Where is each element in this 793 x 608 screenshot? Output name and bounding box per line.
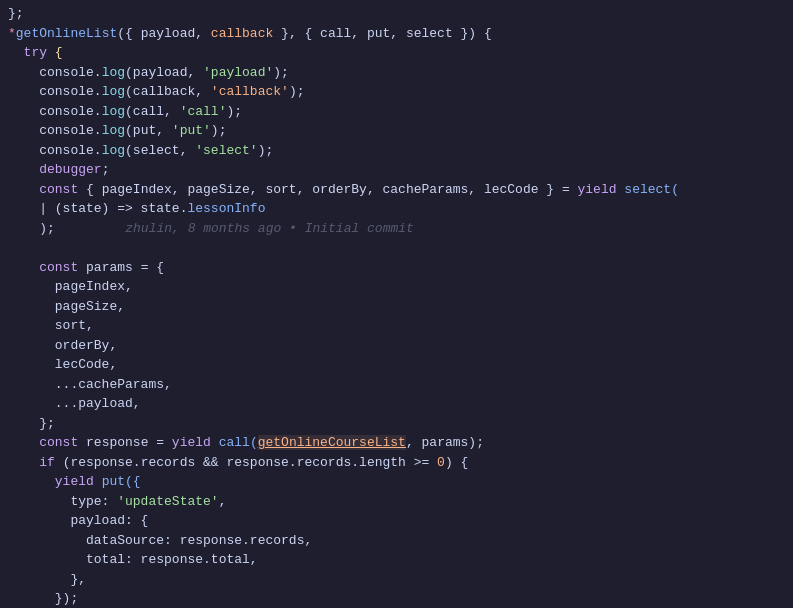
code-line: payload: {: [0, 511, 793, 531]
code-editor: };*getOnlineList({ payload, callback }, …: [0, 0, 793, 608]
code-line: };: [0, 4, 793, 24]
code-line: pageIndex,: [0, 277, 793, 297]
code-line: if (response.records && response.records…: [0, 453, 793, 473]
code-line: console.log(select, 'select');: [0, 141, 793, 161]
code-line: const params = {: [0, 258, 793, 278]
code-line: };: [0, 414, 793, 434]
code-line: },: [0, 570, 793, 590]
code-line: console.log(payload, 'payload');: [0, 63, 793, 83]
code-line: const response = yield call(getOnlineCou…: [0, 433, 793, 453]
code-line: lecCode,: [0, 355, 793, 375]
code-line: console.log(call, 'call');: [0, 102, 793, 122]
code-line: debugger;: [0, 160, 793, 180]
code-line: console.log(callback, 'callback');: [0, 82, 793, 102]
code-line: *getOnlineList({ payload, callback }, { …: [0, 24, 793, 44]
code-line: try {: [0, 43, 793, 63]
code-line: dataSource: response.records,: [0, 531, 793, 551]
code-line: total: response.total,: [0, 550, 793, 570]
code-line: ); zhulin, 8 months ago • Initial commit: [0, 219, 793, 239]
code-line: ...payload,: [0, 394, 793, 414]
code-line: type: 'updateState',: [0, 492, 793, 512]
code-line: const { pageIndex, pageSize, sort, order…: [0, 180, 793, 200]
code-line: ...cacheParams,: [0, 375, 793, 395]
code-line: [0, 238, 793, 258]
code-line: orderBy,: [0, 336, 793, 356]
code-line: sort,: [0, 316, 793, 336]
code-line: | (state) => state.lessonInfo: [0, 199, 793, 219]
code-line: });: [0, 589, 793, 608]
code-line: yield put({: [0, 472, 793, 492]
code-line: console.log(put, 'put');: [0, 121, 793, 141]
code-line: pageSize,: [0, 297, 793, 317]
